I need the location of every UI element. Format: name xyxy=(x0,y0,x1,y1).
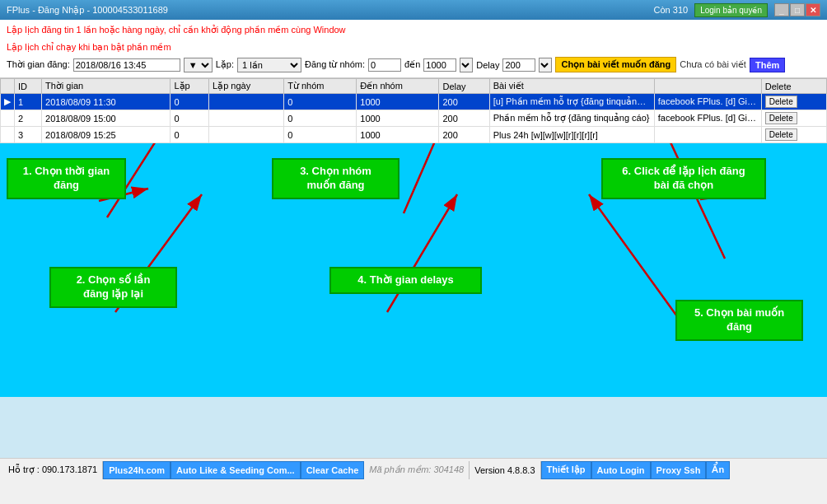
row-id: 1 xyxy=(15,94,42,110)
row-time: 2018/08/09 15:00 xyxy=(42,110,171,127)
row-id: 2 xyxy=(15,110,42,127)
row-delete-cell: Delete xyxy=(761,127,826,143)
col-den-nhom: Đến nhóm xyxy=(357,79,439,94)
svg-line-4 xyxy=(404,143,486,213)
top-section: Lập lịch đăng tin 1 lần hoặc hàng ngày, … xyxy=(0,20,827,78)
tooltip-5: 5. Chọn bài muốnđăng xyxy=(675,300,803,341)
delay-label: Delay xyxy=(476,60,499,70)
col-tu-nhom: Từ nhóm xyxy=(284,79,357,94)
row-lap: 0 xyxy=(171,94,209,110)
time-dropdown[interactable]: ▼ xyxy=(184,58,213,72)
them-btn[interactable]: Thêm xyxy=(750,58,785,72)
row-den-nhom: 1000 xyxy=(357,127,439,143)
row-tu-nhom: 0 xyxy=(284,94,357,110)
col-delay: Delay xyxy=(439,79,489,94)
to-label: đến xyxy=(404,59,420,70)
row-bai-viet2: facebook FPlus. [d] Giải p... xyxy=(654,110,761,127)
ma-pm-label: Mã phần mềm: 304148 xyxy=(364,461,470,479)
support-label: Hỗ trợ : 090.173.1871 xyxy=(3,461,103,479)
row-time: 2018/08/09 11:30 xyxy=(42,94,171,110)
autolike-btn[interactable]: Auto Like & Seeding Com... xyxy=(171,461,301,479)
tooltip-1: 1. Chọn thời gian đăng xyxy=(7,158,126,199)
row-play: ▶ xyxy=(1,94,15,110)
col-bai-viet: Bài viết xyxy=(489,79,654,94)
time-label: Thời gian đăng: xyxy=(7,59,70,70)
col-bai-viet2 xyxy=(654,79,761,94)
row-bai-viet2: facebook FPlus. [d] Giải p... xyxy=(654,94,761,110)
status-bar: Hỗ trợ : 090.173.1871 Plus24h.com Auto L… xyxy=(0,458,827,481)
col-lap-ngay: Lặp ngày xyxy=(209,79,284,94)
delay-input[interactable] xyxy=(502,58,535,72)
main-window: Lập lịch đăng tin 1 lần hoặc hàng ngày, … xyxy=(0,20,827,481)
row-lap-ngay xyxy=(209,127,284,143)
table-section: ID Thời gian Lặp Lặp ngày Từ nhóm Đến nh… xyxy=(0,78,827,143)
row-delete-cell: Delete xyxy=(761,94,826,110)
lap-label: Lặp: xyxy=(216,59,234,70)
title-bar: FPlus - Đăng Nhập - 100004533011689 Còn … xyxy=(0,0,827,20)
row-delay: 200 xyxy=(439,110,489,127)
schedule-table: ID Thời gian Lặp Lặp ngày Từ nhóm Đến nh… xyxy=(0,78,827,143)
lap-select[interactable]: 1 lần Hàng ngày xyxy=(237,58,301,72)
plus24h-btn[interactable]: Plus24h.com xyxy=(103,461,171,479)
delay-spinner[interactable] xyxy=(539,58,552,72)
row-delay: 200 xyxy=(439,127,489,143)
to-input[interactable] xyxy=(423,58,456,72)
delete-btn[interactable]: Delete xyxy=(765,112,797,124)
col-lap: Lặp xyxy=(171,79,209,94)
row-tu-nhom: 0 xyxy=(284,110,357,127)
col-time: Thời gian xyxy=(42,79,171,94)
row-lap: 0 xyxy=(171,110,209,127)
tooltip-4: 4. Thời gian delays xyxy=(329,267,482,294)
an-btn[interactable]: Ẩn xyxy=(706,461,730,479)
tooltip-2: 2. Chọn số lầnđăng lặp lại xyxy=(49,267,177,308)
row-lap: 0 xyxy=(171,127,209,143)
row-delete-cell: Delete xyxy=(761,110,826,127)
row-play xyxy=(1,127,15,143)
row-id: 3 xyxy=(15,127,42,143)
content-area: 1. Chọn thời gian đăng 2. Chọn số lầnđăn… xyxy=(0,143,827,397)
row-bai-viet2 xyxy=(654,127,761,143)
row-lap-ngay xyxy=(209,94,284,110)
table-row[interactable]: 3 2018/08/09 15:25 0 0 1000 200 Plus 24h… xyxy=(1,127,827,143)
choose-post-btn[interactable]: Chọn bài viết muốn đăng xyxy=(555,57,676,72)
auto-login-btn[interactable]: Auto Login xyxy=(591,461,651,479)
col-id: ID xyxy=(15,79,42,94)
row-lap-ngay xyxy=(209,110,284,127)
login-btn[interactable]: Login bản quyền xyxy=(694,3,768,17)
remaining-count: Còn 310 xyxy=(654,5,689,15)
info-line-2: Lập lịch chỉ chạy khi bạn bật phần mềm xyxy=(7,40,820,54)
tooltip-6: 6. Click để lặp lịch đăngbài đã chọn xyxy=(601,158,766,199)
tooltip-3: 3. Chọn nhómmuốn đăng xyxy=(272,158,399,199)
row-bai-viet: [u] Phần mềm hỗ trợ {đăng tinquảng cá xyxy=(489,94,654,110)
svg-line-11 xyxy=(387,194,457,312)
clear-cache-btn[interactable]: Clear Cache xyxy=(301,461,365,479)
row-bai-viet: Phần mềm hỗ trợ {đăng tinquảng cáo} xyxy=(489,110,654,127)
minimize-btn[interactable]: _ xyxy=(774,3,789,16)
proxy-ssh-btn[interactable]: Proxy Ssh xyxy=(651,461,707,479)
thiet-lap-btn[interactable]: Thiết lập xyxy=(541,461,591,479)
delete-btn[interactable]: Delete xyxy=(765,96,797,108)
row-bai-viet: Plus 24h [w][w][w][r][r][r][r] xyxy=(489,127,654,143)
row-play xyxy=(1,110,15,127)
row-delay: 200 xyxy=(439,94,489,110)
close-btn[interactable]: ✕ xyxy=(806,3,820,16)
row-den-nhom: 1000 xyxy=(357,110,439,127)
row-den-nhom: 1000 xyxy=(357,94,439,110)
delete-btn[interactable]: Delete xyxy=(765,128,797,141)
no-post-label: Chưa có bài viết xyxy=(680,59,746,70)
maximize-btn[interactable]: □ xyxy=(790,3,805,16)
table-row[interactable]: 2 2018/08/09 15:00 0 0 1000 200 Phần mềm… xyxy=(1,110,827,127)
to-spinner[interactable] xyxy=(460,58,473,72)
table-row[interactable]: ▶ 1 2018/08/09 11:30 0 0 1000 200 [u] Ph… xyxy=(1,94,827,110)
controls-row: Thời gian đăng: ▼ Lặp: 1 lần Hàng ngày Đ… xyxy=(7,57,820,72)
col-delete: Delete xyxy=(761,79,826,94)
from-input[interactable] xyxy=(368,58,401,72)
window-title: FPlus - Đăng Nhập - 100004533011689 xyxy=(7,5,168,16)
info-line-1: Lập lịch đăng tin 1 lần hoặc hàng ngày, … xyxy=(7,23,820,37)
from-label: Đăng từ nhóm: xyxy=(305,59,365,70)
row-tu-nhom: 0 xyxy=(284,127,357,143)
time-input[interactable] xyxy=(73,58,180,72)
row-time: 2018/08/09 15:25 xyxy=(42,127,171,143)
col-play xyxy=(1,79,15,94)
version-label: Version 4.8.8.3 xyxy=(470,461,540,479)
